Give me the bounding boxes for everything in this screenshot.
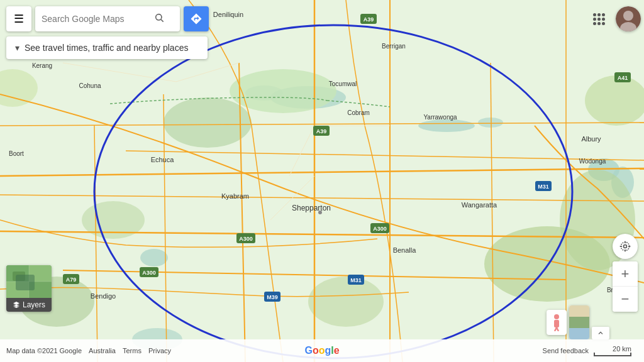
svg-point-87 <box>621 242 629 250</box>
svg-text:Cohuna: Cohuna <box>79 82 101 89</box>
svg-text:Bendigo: Bendigo <box>91 292 116 300</box>
search-bar: ☰ <box>6 6 209 31</box>
travel-banner-label: See travel times, traffic and nearby pla… <box>25 43 188 53</box>
svg-text:Berrigan: Berrigan <box>382 43 406 50</box>
streetview-imagery-panel <box>547 305 609 339</box>
svg-point-78 <box>623 11 633 21</box>
scale-bar <box>594 353 631 356</box>
svg-text:M39: M39 <box>267 294 278 300</box>
svg-point-10 <box>164 97 252 148</box>
imagery-swatches[interactable] <box>569 305 589 339</box>
svg-point-3 <box>140 249 168 266</box>
scale-bar-container: 20 km <box>594 345 631 356</box>
hamburger-icon: ☰ <box>14 12 24 26</box>
send-feedback-link[interactable]: Send feedback <box>543 347 589 354</box>
svg-text:Deniliquin: Deniliquin <box>213 11 243 18</box>
bottom-copyright: Map data ©2021 Google Australia Terms Pr… <box>6 347 171 354</box>
expand-imagery-button[interactable] <box>592 327 609 339</box>
map-copyright: Map data ©2021 Google <box>6 347 82 354</box>
svg-text:Cobram: Cobram <box>347 109 370 116</box>
svg-rect-93 <box>554 320 559 327</box>
swatch-terrain <box>569 317 589 328</box>
google-wordmark: Google <box>304 345 339 356</box>
travel-times-banner[interactable]: ▾ See travel times, traffic and nearby p… <box>6 36 208 59</box>
svg-point-92 <box>554 314 559 319</box>
svg-text:Yarrawonga: Yarrawonga <box>423 114 457 121</box>
map-container: A39 A39 A300 A300 A300 M31 M31 A79 A41 M… <box>0 0 644 362</box>
svg-point-9 <box>230 69 336 113</box>
svg-text:A39: A39 <box>364 16 374 23</box>
my-location-button[interactable] <box>613 234 638 259</box>
svg-line-95 <box>557 327 558 331</box>
svg-point-67 <box>318 211 322 214</box>
svg-point-86 <box>624 245 627 248</box>
zoom-in-button[interactable]: + <box>613 261 638 287</box>
search-button[interactable] <box>152 13 167 25</box>
svg-text:Kerang: Kerang <box>32 62 52 69</box>
svg-text:A79: A79 <box>66 277 77 283</box>
layers-icon <box>13 301 20 309</box>
svg-text:Wangaratta: Wangaratta <box>462 201 497 209</box>
svg-text:A300: A300 <box>239 236 253 242</box>
swatch-satellite <box>569 305 589 317</box>
pegman-icon[interactable] <box>547 310 567 335</box>
search-input-container <box>35 6 180 31</box>
svg-text:A300: A300 <box>373 226 387 232</box>
directions-button[interactable] <box>184 6 209 31</box>
svg-text:Echuca: Echuca <box>151 156 175 163</box>
svg-text:Kyabram: Kyabram <box>221 192 249 200</box>
privacy-link[interactable]: Privacy <box>148 347 171 354</box>
svg-text:A41: A41 <box>618 75 628 81</box>
zoom-controls: + − <box>613 261 638 312</box>
google-logo: Google <box>304 345 339 356</box>
svg-point-17 <box>308 277 384 327</box>
swatch-other <box>569 328 589 339</box>
svg-text:Benalla: Benalla <box>393 246 417 254</box>
scale-label: 20 km <box>613 345 631 353</box>
search-input[interactable] <box>42 14 152 24</box>
layers-label-bar: Layers <box>6 298 52 312</box>
svg-text:Shepparton: Shepparton <box>292 204 331 212</box>
svg-text:Boort: Boort <box>9 150 24 157</box>
google-apps-button[interactable] <box>586 6 611 31</box>
svg-text:Tocumwal: Tocumwal <box>329 80 357 87</box>
australia-link[interactable]: Australia <box>89 347 116 354</box>
bottom-bar: Map data ©2021 Google Australia Terms Pr… <box>0 339 644 362</box>
zoom-out-button[interactable]: − <box>613 287 638 312</box>
bottom-right-controls: Send feedback 20 km <box>543 345 638 356</box>
svg-text:M31: M31 <box>350 277 362 283</box>
svg-line-76 <box>161 19 164 22</box>
terms-link[interactable]: Terms <box>123 347 142 354</box>
svg-rect-82 <box>29 282 52 298</box>
map-controls: + − <box>613 234 638 312</box>
apps-grid-icon <box>593 13 605 25</box>
chevron-down-icon: ▾ <box>15 43 19 53</box>
svg-text:Albury: Albury <box>581 135 601 143</box>
layers-button[interactable]: Layers <box>6 265 52 312</box>
svg-text:M31: M31 <box>538 184 549 190</box>
svg-point-75 <box>156 14 162 20</box>
svg-text:A39: A39 <box>316 128 327 134</box>
svg-text:Wodonga: Wodonga <box>579 158 606 165</box>
layers-label: Layers <box>23 300 45 309</box>
svg-rect-83 <box>13 272 25 281</box>
layers-thumbnail <box>6 265 52 298</box>
user-avatar[interactable] <box>616 6 641 31</box>
chevron-up-icon <box>597 329 604 337</box>
menu-button[interactable]: ☰ <box>6 6 31 31</box>
svg-text:A300: A300 <box>142 270 156 276</box>
svg-point-5 <box>478 118 503 128</box>
svg-point-4 <box>418 119 475 132</box>
